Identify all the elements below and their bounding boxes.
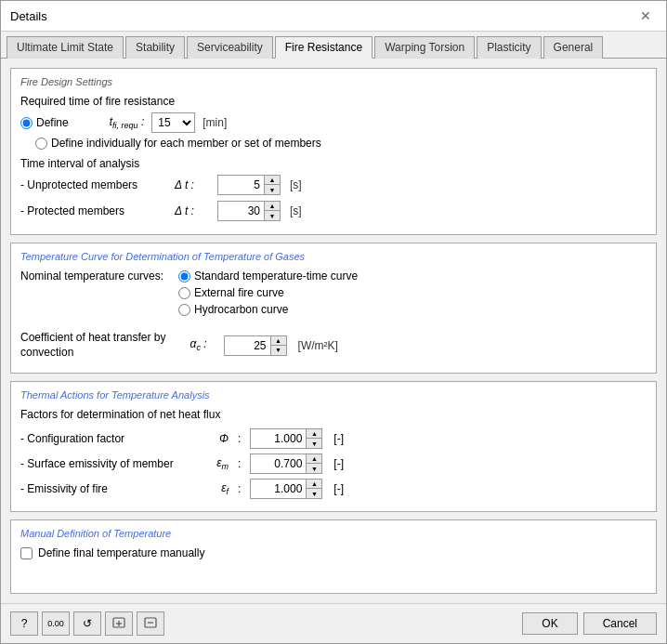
emissivity-input[interactable] — [250, 479, 306, 499]
unprotected-input[interactable] — [217, 175, 264, 195]
tab-warping-torsion[interactable]: Warping Torsion — [374, 36, 475, 59]
ok-button[interactable]: OK — [522, 612, 577, 635]
footer-left-buttons: ? 0.00 ↺ — [10, 611, 164, 636]
surface-input[interactable] — [250, 453, 306, 474]
fire-design-section: Fire Design Settings Required time of fi… — [10, 68, 657, 235]
surface-unit: [-] — [334, 457, 344, 470]
surface-down-btn[interactable]: ▼ — [307, 464, 321, 473]
config-spinner-buttons: ▲ ▼ — [306, 428, 322, 449]
standard-curve-radio[interactable] — [178, 270, 190, 283]
config-row: - Configuration factor Φ : ▲ ▼ [-] — [20, 428, 647, 449]
tab-ultimate-limit-state[interactable]: Ultimate Limit State — [7, 36, 124, 59]
thermal-actions-section: Thermal Actions for Temperature Analysis… — [10, 381, 657, 512]
alpha-spinner: ▲ ▼ — [224, 335, 287, 356]
config-down-btn[interactable]: ▼ — [307, 439, 321, 448]
title-bar: Details ✕ — [1, 1, 666, 32]
config-input[interactable] — [250, 428, 306, 449]
alpha-input[interactable] — [224, 335, 270, 356]
temperature-radio-group: Standard temperature-time curve External… — [178, 269, 647, 320]
surface-spinner-buttons: ▲ ▼ — [306, 453, 322, 474]
tfi-dropdown[interactable]: 15 30 45 60 90 120 — [151, 112, 195, 133]
protected-input[interactable] — [217, 201, 264, 221]
fire-design-title: Fire Design Settings — [20, 76, 647, 87]
surface-row: - Surface emissivity of member εm : ▲ ▼ … — [20, 453, 647, 474]
hydrocarbon-row: Hydrocarbon curve — [178, 303, 647, 316]
unprotected-up-btn[interactable]: ▲ — [265, 176, 280, 185]
footer: ? 0.00 ↺ OK Cancel — [1, 603, 666, 643]
emissivity-colon: : — [238, 482, 241, 495]
define-radio[interactable] — [20, 117, 33, 129]
config-spinner: ▲ ▼ — [250, 428, 322, 449]
unprotected-unit: [s] — [290, 178, 302, 191]
help-button[interactable]: ? — [10, 611, 38, 636]
surface-spinner: ▲ ▼ — [250, 453, 322, 474]
emissivity-label: - Emissivity of fire — [20, 482, 188, 495]
delta-t-label-2: Δ t : — [175, 204, 212, 217]
protected-down-btn[interactable]: ▼ — [265, 211, 280, 220]
reset-button[interactable]: ↺ — [73, 611, 101, 636]
tfi-subscript: fi, requ — [112, 121, 138, 130]
tab-bar: Ultimate Limit State Stability Serviceab… — [1, 32, 666, 59]
config-label: - Configuration factor — [20, 432, 188, 445]
details-dialog: Details ✕ Ultimate Limit State Stability… — [0, 0, 667, 644]
emissivity-down-btn[interactable]: ▼ — [307, 489, 321, 498]
alpha-symbol: αc : — [190, 337, 218, 352]
external-fire-radio[interactable] — [178, 287, 190, 299]
close-button[interactable]: ✕ — [634, 7, 657, 25]
value-button[interactable]: 0.00 — [42, 611, 70, 636]
surface-symbol: εm — [203, 456, 229, 471]
coeff-row: Coefficient of heat transfer by convecti… — [20, 331, 647, 360]
import-button[interactable] — [137, 611, 164, 636]
main-content: Fire Design Settings Required time of fi… — [1, 59, 666, 603]
temperature-curve-section: Temperature Curve for Determination of T… — [10, 243, 657, 374]
nominal-label: Nominal temperature curves: — [20, 269, 169, 283]
config-colon: : — [238, 432, 241, 445]
manual-temp-title: Manual Definition of Temperature — [20, 528, 647, 539]
surface-colon: : — [238, 457, 241, 470]
external-fire-label: External fire curve — [194, 286, 284, 299]
alpha-down-btn[interactable]: ▼ — [271, 346, 286, 355]
protected-spinner: ▲ ▼ — [217, 201, 281, 221]
temperature-curve-content: Nominal temperature curves: Standard tem… — [20, 269, 647, 320]
thermal-actions-title: Thermal Actions for Temperature Analysis — [20, 389, 647, 401]
protected-up-btn[interactable]: ▲ — [265, 202, 280, 211]
surface-up-btn[interactable]: ▲ — [307, 454, 321, 464]
standard-curve-row: Standard temperature-time curve — [178, 269, 647, 283]
emissivity-up-btn[interactable]: ▲ — [307, 480, 321, 489]
required-time-label: Required time of fire resistance — [20, 95, 647, 108]
tab-serviceability[interactable]: Serviceability — [187, 36, 273, 59]
alpha-spinner-buttons: ▲ ▼ — [270, 335, 287, 356]
config-up-btn[interactable]: ▲ — [307, 429, 321, 439]
standard-curve-label: Standard temperature-time curve — [194, 269, 358, 283]
emissivity-symbol: εf — [203, 481, 229, 496]
tab-general[interactable]: General — [543, 36, 604, 59]
coeff-container: Coefficient of heat transfer by convecti… — [20, 331, 647, 360]
manual-temp-checkbox[interactable] — [20, 547, 33, 559]
tab-plasticity[interactable]: Plasticity — [477, 36, 541, 59]
protected-row: - Protected members Δ t : ▲ ▼ [s] — [20, 201, 647, 221]
delta-t-label-1: Δ t : — [175, 178, 212, 191]
protected-spinner-buttons: ▲ ▼ — [264, 201, 281, 221]
config-unit: [-] — [334, 432, 344, 445]
hydrocarbon-radio[interactable] — [178, 304, 190, 316]
emissivity-row: - Emissivity of fire εf : ▲ ▼ [-] — [20, 479, 647, 499]
surface-label: - Surface emissivity of member — [20, 457, 188, 470]
define-each-radio[interactable] — [35, 138, 47, 150]
export-button[interactable] — [105, 611, 133, 636]
manual-temp-section: Manual Definition of Temperature Define … — [10, 519, 657, 594]
config-symbol: Φ — [203, 432, 229, 445]
tfi-label: tfi, requ : — [110, 115, 145, 130]
hydrocarbon-label: Hydrocarbon curve — [194, 303, 288, 316]
manual-checkbox-row: Define final temperature manually — [20, 546, 647, 559]
alpha-up-btn[interactable]: ▲ — [271, 336, 286, 346]
unprotected-down-btn[interactable]: ▼ — [265, 185, 280, 194]
unprotected-spinner-buttons: ▲ ▼ — [264, 175, 281, 195]
time-interval-label: Time interval of analysis — [20, 157, 647, 170]
tab-fire-resistance[interactable]: Fire Resistance — [275, 36, 373, 59]
cancel-button[interactable]: Cancel — [583, 612, 657, 635]
tfi-unit: [min] — [203, 116, 227, 129]
define-label: Define — [36, 116, 69, 129]
alpha-unit: [W/m²K] — [298, 339, 338, 352]
tab-stability[interactable]: Stability — [125, 36, 185, 59]
coeff-label: Coefficient of heat transfer by convecti… — [20, 331, 166, 360]
